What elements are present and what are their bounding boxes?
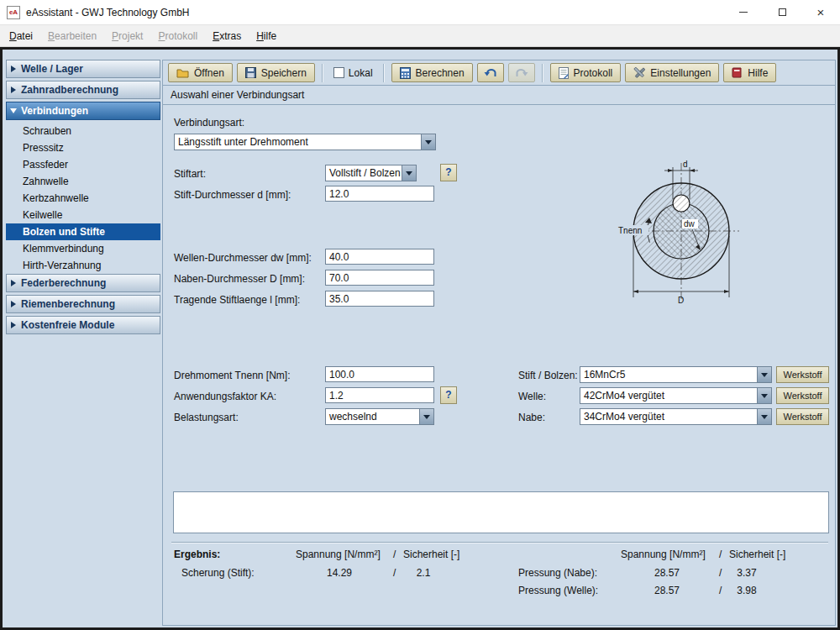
chevron-down-icon[interactable] <box>757 409 771 424</box>
pressung-welle-label: Pressung (Welle): <box>518 585 598 596</box>
settings-button[interactable]: Einstellungen <box>625 63 719 82</box>
anwendungsfaktor-input[interactable] <box>325 387 434 403</box>
menu-extras[interactable]: Extras <box>205 27 249 45</box>
lokal-checkbox-group: Lokal <box>330 67 376 79</box>
drehmoment-label: Drehmoment Tnenn [Nm]: <box>174 368 291 383</box>
sidebar-item-hirth-verzahnung[interactable]: Hirth-Verzahnung <box>6 257 160 274</box>
sidebar-section-federberechnung[interactable]: Federberechnung <box>6 274 160 292</box>
sidebar-section-verbindungen[interactable]: Verbindungen <box>6 102 160 120</box>
nabe-werkstoff-button[interactable]: Werkstoff <box>776 408 829 425</box>
protocol-label: Protokoll <box>574 67 613 79</box>
calculator-icon <box>400 67 411 79</box>
sidebar-item-klemmverbindung[interactable]: Klemmverbindung <box>6 240 160 257</box>
save-button[interactable]: Speichern <box>237 63 315 82</box>
calculate-button[interactable]: Berechnen <box>391 63 473 82</box>
welle-werkstoff-select[interactable]: 42CrMo4 vergütet <box>580 387 772 404</box>
pressung-nabe-label: Pressung (Nabe): <box>518 567 597 579</box>
help-button[interactable]: Hilfe <box>723 63 776 82</box>
subheader: Auswahl einer Verbindungsart <box>163 86 835 105</box>
chevron-right-icon <box>11 322 16 328</box>
document-icon <box>559 67 569 79</box>
welle-werkstoff-button[interactable]: Werkstoff <box>776 387 829 404</box>
chevron-down-icon[interactable] <box>402 165 416 181</box>
menu-datei[interactable]: Datei <box>2 27 40 45</box>
anwendungsfaktor-label: Anwendungsfaktor KA: <box>174 389 276 404</box>
scherung-label: Scherung (Stift): <box>181 567 255 579</box>
menu-hilfe[interactable]: Hilfe <box>249 27 284 45</box>
subheader-title: Auswahl einer Verbindungsart <box>171 89 304 101</box>
col-slash-left: / <box>393 549 396 560</box>
nabe-werkstoff-value: 34CrMo4 vergütet <box>580 409 757 424</box>
toolbar: Öffnen Speichern Lokal Berechnen <box>163 60 835 86</box>
stift-werkstoff-value: 16MnCr5 <box>580 367 757 382</box>
section-label: Riemenberechnung <box>21 298 115 310</box>
lokal-checkbox[interactable] <box>333 67 344 78</box>
scherung-spannung: 14.29 <box>306 567 373 579</box>
sidebar-item-bolzen-und-stifte[interactable]: Bolzen und Stifte <box>6 223 160 240</box>
stiftart-help-button[interactable]: ? <box>440 164 457 181</box>
open-button[interactable]: Öffnen <box>168 63 233 82</box>
section-label: Welle / Lager <box>21 63 83 75</box>
close-icon: × <box>817 6 825 18</box>
settings-label: Einstellungen <box>650 67 711 79</box>
stift-durchmesser-input[interactable] <box>325 186 434 202</box>
help-icon <box>732 67 743 78</box>
verbindungsart-select[interactable]: Längsstift unter Drehmoment <box>174 134 436 150</box>
sidebar-item-kerbzahnwelle[interactable]: Kerbzahnwelle <box>6 190 160 207</box>
sidebar-section-riemenberechnung[interactable]: Riemenberechnung <box>6 295 160 313</box>
dim-D-label: D <box>678 296 684 305</box>
stift-werkstoff-select[interactable]: 16MnCr5 <box>580 366 772 383</box>
menu-bar: Datei Bearbeiten Projekt Protokoll Extra… <box>0 25 840 47</box>
maximize-icon <box>779 8 786 16</box>
redo-icon <box>515 67 528 78</box>
naben-durchmesser-input[interactable] <box>325 270 434 286</box>
chevron-down-icon[interactable] <box>419 409 433 424</box>
stiftart-value: Vollstift / Bolzen <box>326 165 402 181</box>
save-label: Speichern <box>261 67 307 79</box>
undo-button[interactable] <box>477 63 504 82</box>
stiftart-select[interactable]: Vollstift / Bolzen <box>325 165 417 181</box>
stiftlaenge-input[interactable] <box>325 291 434 307</box>
sidebar-item-keilwelle[interactable]: Keilwelle <box>6 207 160 223</box>
drehmoment-input[interactable] <box>325 366 434 382</box>
verbindungsart-label: Verbindungsart: <box>174 115 244 130</box>
sidebar-item-zahnwelle[interactable]: Zahnwelle <box>6 173 160 190</box>
minimize-icon <box>739 12 748 13</box>
wellen-durchmesser-label: Wellen-Durchmesser dw [mm]: <box>174 250 312 265</box>
chevron-down-icon[interactable] <box>421 134 435 150</box>
belastungsart-select[interactable]: wechselnd <box>325 408 434 425</box>
close-button[interactable]: × <box>801 0 840 25</box>
sidebar-section-zahnradberechnung[interactable]: Zahnradberechnung <box>6 81 160 99</box>
sidebar-item-presssitz[interactable]: Presssitz <box>6 139 160 156</box>
pressung-nabe-spannung: 28.57 <box>633 567 701 579</box>
minimize-button[interactable] <box>724 0 763 25</box>
menu-bearbeiten: Bearbeiten <box>40 27 104 45</box>
folder-icon <box>176 68 189 78</box>
scherung-slash: / <box>393 567 396 579</box>
chevron-right-icon <box>11 280 16 286</box>
open-label: Öffnen <box>194 67 224 79</box>
protocol-button[interactable]: Protokoll <box>550 63 622 82</box>
naben-durchmesser-label: Naben-Durchmesser D [mm]: <box>174 271 305 286</box>
stiftlaenge-label: Tragende Stiftlaenge l [mm]: <box>174 292 300 307</box>
maximize-button[interactable] <box>763 0 801 25</box>
nabe-werkstoff-select[interactable]: 34CrMo4 vergütet <box>580 408 772 425</box>
welle-werkstoff-value: 42CrMo4 vergütet <box>580 388 757 403</box>
sidebar-section-kostenfreie-module[interactable]: Kostenfreie Module <box>6 316 160 334</box>
stift-werkstoff-button[interactable]: Werkstoff <box>776 366 829 383</box>
anwendungsfaktor-help-button[interactable]: ? <box>440 386 457 404</box>
app-window: eA eAssistant - GWJ Technology GmbH × Da… <box>0 0 840 630</box>
pressung-nabe-slash: / <box>719 567 722 579</box>
sidebar-section-welle-lager[interactable]: Welle / Lager <box>6 60 160 78</box>
sidebar-item-schrauben[interactable]: Schrauben <box>6 123 160 139</box>
chevron-down-icon[interactable] <box>757 388 771 403</box>
pin-section <box>673 195 690 212</box>
sidebar-item-passfeder[interactable]: Passfeder <box>6 156 160 173</box>
chevron-right-icon <box>11 66 16 72</box>
col-slash-right: / <box>719 549 722 560</box>
chevron-down-icon[interactable] <box>757 367 771 382</box>
wellen-durchmesser-input[interactable] <box>325 249 434 265</box>
torque-label: Tnenn <box>618 226 642 235</box>
sidebar: Welle / Lager Zahnradberechnung Verbindu… <box>6 60 160 337</box>
toolbar-separator <box>542 64 543 82</box>
